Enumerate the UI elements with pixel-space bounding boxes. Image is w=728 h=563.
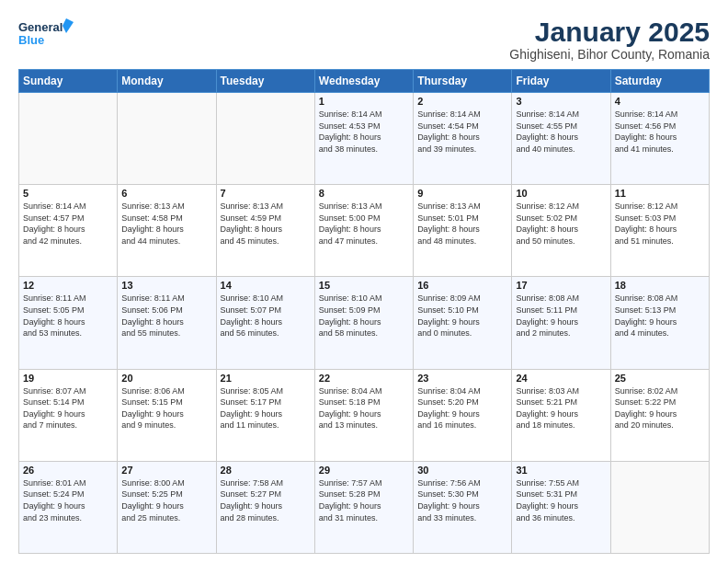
cell-text: Sunrise: 7:55 AM Sunset: 5:31 PM Dayligh… xyxy=(516,477,606,523)
cell-text: Sunrise: 8:01 AM Sunset: 5:24 PM Dayligh… xyxy=(23,477,113,523)
day-cell: 15Sunrise: 8:10 AM Sunset: 5:09 PM Dayli… xyxy=(314,277,413,369)
day-cell xyxy=(118,93,216,185)
day-cell xyxy=(216,93,314,185)
cell-text: Sunrise: 8:03 AM Sunset: 5:21 PM Dayligh… xyxy=(516,385,606,431)
svg-text:Blue: Blue xyxy=(18,33,44,47)
day-number: 6 xyxy=(121,188,211,199)
day-number: 13 xyxy=(121,280,211,291)
logo: General Blue xyxy=(18,17,74,52)
day-number: 23 xyxy=(417,373,507,384)
day-number: 30 xyxy=(417,465,507,476)
day-cell: 14Sunrise: 8:10 AM Sunset: 5:07 PM Dayli… xyxy=(216,277,314,369)
cell-text: Sunrise: 8:08 AM Sunset: 5:13 PM Dayligh… xyxy=(615,293,705,339)
day-number: 10 xyxy=(516,188,606,199)
day-cell: 31Sunrise: 7:55 AM Sunset: 5:31 PM Dayli… xyxy=(512,461,610,553)
main-title: January 2025 xyxy=(509,17,710,47)
cell-text: Sunrise: 8:11 AM Sunset: 5:05 PM Dayligh… xyxy=(23,293,113,339)
cell-text: Sunrise: 8:08 AM Sunset: 5:11 PM Dayligh… xyxy=(516,293,606,339)
day-cell: 6Sunrise: 8:13 AM Sunset: 4:58 PM Daylig… xyxy=(118,185,216,277)
cell-text: Sunrise: 8:10 AM Sunset: 5:09 PM Dayligh… xyxy=(319,293,409,339)
day-number: 9 xyxy=(417,188,507,199)
day-number: 25 xyxy=(615,373,705,384)
cell-text: Sunrise: 8:09 AM Sunset: 5:10 PM Dayligh… xyxy=(417,293,507,339)
day-cell: 22Sunrise: 8:04 AM Sunset: 5:18 PM Dayli… xyxy=(314,369,413,461)
day-number: 19 xyxy=(23,373,113,384)
day-cell: 11Sunrise: 8:12 AM Sunset: 5:03 PM Dayli… xyxy=(610,185,709,277)
day-number: 29 xyxy=(319,465,409,476)
day-cell xyxy=(610,461,709,553)
cell-text: Sunrise: 7:58 AM Sunset: 5:27 PM Dayligh… xyxy=(221,477,311,523)
day-cell: 3Sunrise: 8:14 AM Sunset: 4:55 PM Daylig… xyxy=(512,93,610,185)
header: General Blue January 2025 Ghighiseni, Bi… xyxy=(18,17,710,62)
cell-text: Sunrise: 8:13 AM Sunset: 5:00 PM Dayligh… xyxy=(319,201,409,247)
cell-text: Sunrise: 8:00 AM Sunset: 5:25 PM Dayligh… xyxy=(121,477,211,523)
day-cell: 9Sunrise: 8:13 AM Sunset: 5:01 PM Daylig… xyxy=(414,185,512,277)
calendar-table: SundayMondayTuesdayWednesdayThursdayFrid… xyxy=(18,69,710,554)
title-block: January 2025 Ghighiseni, Bihor County, R… xyxy=(509,17,710,62)
cell-text: Sunrise: 8:02 AM Sunset: 5:22 PM Dayligh… xyxy=(615,385,705,431)
cell-text: Sunrise: 8:13 AM Sunset: 5:01 PM Dayligh… xyxy=(417,201,507,247)
day-cell: 28Sunrise: 7:58 AM Sunset: 5:27 PM Dayli… xyxy=(216,461,314,553)
day-cell: 8Sunrise: 8:13 AM Sunset: 5:00 PM Daylig… xyxy=(314,185,413,277)
day-number: 22 xyxy=(319,373,409,384)
day-number: 27 xyxy=(121,465,211,476)
day-number: 20 xyxy=(121,373,211,384)
day-number: 11 xyxy=(615,188,705,199)
day-number: 8 xyxy=(319,188,409,199)
week-row-5: 26Sunrise: 8:01 AM Sunset: 5:24 PM Dayli… xyxy=(19,461,710,553)
day-cell: 13Sunrise: 8:11 AM Sunset: 5:06 PM Dayli… xyxy=(118,277,216,369)
header-day-sunday: Sunday xyxy=(19,70,118,93)
cell-text: Sunrise: 8:04 AM Sunset: 5:20 PM Dayligh… xyxy=(417,385,507,431)
day-cell: 18Sunrise: 8:08 AM Sunset: 5:13 PM Dayli… xyxy=(610,277,709,369)
day-number: 3 xyxy=(516,96,606,107)
page: General Blue January 2025 Ghighiseni, Bi… xyxy=(0,0,728,563)
cell-text: Sunrise: 8:06 AM Sunset: 5:15 PM Dayligh… xyxy=(121,385,211,431)
cell-text: Sunrise: 7:57 AM Sunset: 5:28 PM Dayligh… xyxy=(319,477,409,523)
day-number: 24 xyxy=(516,373,606,384)
day-cell: 30Sunrise: 7:56 AM Sunset: 5:30 PM Dayli… xyxy=(414,461,512,553)
svg-marker-2 xyxy=(63,18,74,33)
cell-text: Sunrise: 8:14 AM Sunset: 4:55 PM Dayligh… xyxy=(516,109,606,155)
cell-text: Sunrise: 8:13 AM Sunset: 4:58 PM Dayligh… xyxy=(121,201,211,247)
day-number: 21 xyxy=(221,373,311,384)
day-number: 16 xyxy=(417,280,507,291)
header-row: SundayMondayTuesdayWednesdayThursdayFrid… xyxy=(19,70,710,93)
svg-text:General: General xyxy=(18,20,63,34)
day-cell: 23Sunrise: 8:04 AM Sunset: 5:20 PM Dayli… xyxy=(414,369,512,461)
day-number: 1 xyxy=(319,96,409,107)
week-row-4: 19Sunrise: 8:07 AM Sunset: 5:14 PM Dayli… xyxy=(19,369,710,461)
day-cell: 16Sunrise: 8:09 AM Sunset: 5:10 PM Dayli… xyxy=(414,277,512,369)
day-cell: 2Sunrise: 8:14 AM Sunset: 4:54 PM Daylig… xyxy=(414,93,512,185)
cell-text: Sunrise: 8:04 AM Sunset: 5:18 PM Dayligh… xyxy=(319,385,409,431)
cell-text: Sunrise: 8:13 AM Sunset: 4:59 PM Dayligh… xyxy=(221,201,311,247)
cell-text: Sunrise: 8:12 AM Sunset: 5:02 PM Dayligh… xyxy=(516,201,606,247)
day-number: 15 xyxy=(319,280,409,291)
day-number: 4 xyxy=(615,96,705,107)
day-cell: 10Sunrise: 8:12 AM Sunset: 5:02 PM Dayli… xyxy=(512,185,610,277)
day-number: 14 xyxy=(221,280,311,291)
cell-text: Sunrise: 8:14 AM Sunset: 4:53 PM Dayligh… xyxy=(319,109,409,155)
header-day-wednesday: Wednesday xyxy=(314,70,413,93)
day-cell: 29Sunrise: 7:57 AM Sunset: 5:28 PM Dayli… xyxy=(314,461,413,553)
week-row-2: 5Sunrise: 8:14 AM Sunset: 4:57 PM Daylig… xyxy=(19,185,710,277)
cell-text: Sunrise: 8:10 AM Sunset: 5:07 PM Dayligh… xyxy=(221,293,311,339)
cell-text: Sunrise: 7:56 AM Sunset: 5:30 PM Dayligh… xyxy=(417,477,507,523)
day-cell: 1Sunrise: 8:14 AM Sunset: 4:53 PM Daylig… xyxy=(314,93,413,185)
day-cell: 4Sunrise: 8:14 AM Sunset: 4:56 PM Daylig… xyxy=(610,93,709,185)
day-cell: 19Sunrise: 8:07 AM Sunset: 5:14 PM Dayli… xyxy=(19,369,118,461)
week-row-3: 12Sunrise: 8:11 AM Sunset: 5:05 PM Dayli… xyxy=(19,277,710,369)
header-day-tuesday: Tuesday xyxy=(216,70,314,93)
day-number: 26 xyxy=(23,465,113,476)
day-cell: 17Sunrise: 8:08 AM Sunset: 5:11 PM Dayli… xyxy=(512,277,610,369)
day-number: 17 xyxy=(516,280,606,291)
header-day-thursday: Thursday xyxy=(414,70,512,93)
day-cell: 24Sunrise: 8:03 AM Sunset: 5:21 PM Dayli… xyxy=(512,369,610,461)
day-cell: 12Sunrise: 8:11 AM Sunset: 5:05 PM Dayli… xyxy=(19,277,118,369)
header-day-friday: Friday xyxy=(512,70,610,93)
day-cell: 7Sunrise: 8:13 AM Sunset: 4:59 PM Daylig… xyxy=(216,185,314,277)
day-number: 7 xyxy=(221,188,311,199)
day-number: 5 xyxy=(23,188,113,199)
day-number: 18 xyxy=(615,280,705,291)
day-cell xyxy=(19,93,118,185)
day-number: 31 xyxy=(516,465,606,476)
